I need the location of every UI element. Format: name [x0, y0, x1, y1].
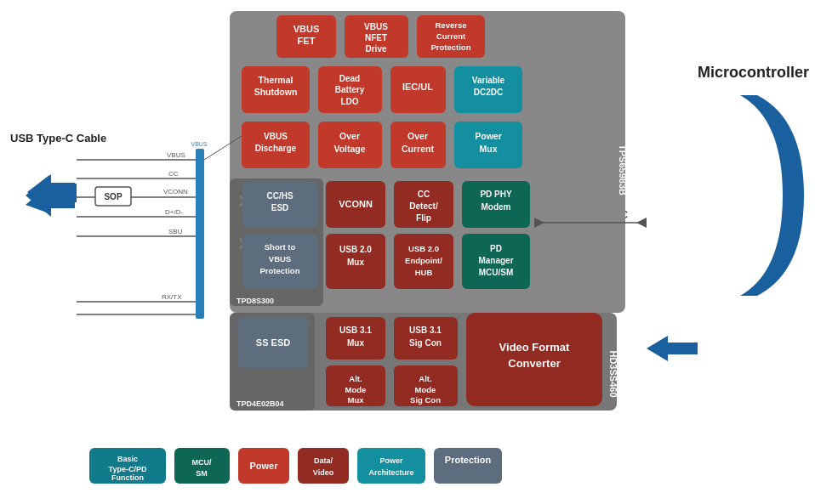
- power-mux-label2: Mux: [480, 144, 498, 154]
- cc-detect-label1: CC: [418, 190, 430, 199]
- usb31-mux-label1: USB 3.1: [339, 326, 372, 335]
- pd-phy-label2: Modem: [482, 202, 511, 212]
- vbus-fet-label: VBUS: [294, 24, 320, 34]
- i2c-arrow-right: [636, 218, 647, 228]
- vbus-nfet-label: VBUS: [364, 22, 388, 31]
- video-arrow: [647, 336, 698, 361]
- cc-hs-label1: CC/HS: [266, 191, 293, 201]
- over-current-label2: Current: [402, 144, 434, 154]
- pd-phy-label1: PD PHY: [480, 190, 512, 199]
- usb31-mux-label2: Mux: [347, 338, 364, 348]
- cc-detect-label3: Flip: [416, 213, 431, 223]
- dead-battery-label2: Battery: [335, 85, 365, 94]
- iec-label: IEC/UL: [402, 82, 433, 92]
- legend-power-label: Power: [249, 461, 278, 471]
- usb20-ep-label1: USB 2.0: [408, 244, 439, 253]
- legend-basic-label3: Function: [111, 473, 144, 482]
- dead-battery-label3: LDO: [340, 97, 358, 106]
- reverse-label3: Protection: [431, 42, 471, 52]
- usb20-ep-label3: HUB: [415, 268, 433, 277]
- sop-text: SOP: [104, 192, 122, 201]
- legend-basic-label2: Type-C/PD: [109, 465, 147, 473]
- short-label1: Short to: [265, 242, 296, 252]
- legend-basic-label1: Basic: [117, 455, 138, 463]
- usb20-mux-label1: USB 2.0: [339, 245, 372, 254]
- vconn-text: VCONN: [163, 188, 188, 195]
- usb-double-arrow: [26, 174, 75, 217]
- vbus-bar: [196, 149, 204, 319]
- legend-mcu-label1: MCU/: [192, 458, 212, 467]
- power-mux-label1: Power: [475, 131, 502, 141]
- vbus-fet-label2: FET: [298, 36, 316, 46]
- legend-arch-label2: Architecture: [368, 468, 413, 477]
- legend-data-label2: Video: [313, 468, 334, 477]
- vbus-bar-label: VBUS: [191, 141, 207, 147]
- alt-mux-label3: Mux: [348, 395, 365, 405]
- alt-mux-label1: Alt.: [349, 374, 362, 383]
- cc-detect-label2: Detect/: [409, 201, 438, 211]
- reverse-label1: Reverse: [436, 20, 467, 30]
- diagram-container: USB Type-C Cable Microcontroller I2C VBU…: [0, 0, 815, 504]
- hd3-label-text: HD3SS460: [608, 350, 618, 397]
- pd-manager-label3: MCU/SM: [479, 268, 514, 277]
- pd-manager-label1: PD: [490, 244, 502, 253]
- alt-sigcon-label1: Alt.: [419, 374, 431, 383]
- variable-label2: DC2DC: [474, 88, 503, 97]
- video-label1: Video Format: [499, 341, 571, 354]
- dp-text: D+/D-: [165, 208, 183, 216]
- ss-esd-label: SS ESD: [256, 337, 290, 348]
- thermal-label1: Thermal: [259, 75, 294, 85]
- usb31-sigcon-label1: USB 3.1: [409, 326, 442, 335]
- usb20-ep-label2: Endpoint/: [405, 256, 442, 265]
- alt-mux-label2: Mode: [345, 385, 367, 394]
- vconn-label: VCONN: [339, 199, 373, 209]
- legend-protection-label1: Protection: [445, 455, 492, 465]
- legend-data-label1: Data/: [314, 456, 333, 465]
- tpd8-label-text: TPD8S300: [237, 297, 274, 305]
- usb20-mux-label2: Mux: [347, 258, 364, 267]
- vbus-nfet-label3: Drive: [365, 44, 386, 54]
- legend-arch-label1: Power: [379, 456, 403, 465]
- short-label3: Protection: [260, 266, 300, 275]
- vbus-text: VBUS: [167, 151, 185, 159]
- thermal-label2: Shutdown: [254, 87, 298, 97]
- alt-sigcon-label2: Mode: [415, 385, 436, 394]
- cc-hs-label2: ESD: [271, 203, 289, 212]
- cc-text: CC: [168, 170, 179, 178]
- usb31-sigcon-label2: Sig Con: [409, 338, 442, 348]
- legend-power-arch: [357, 448, 425, 484]
- tps-label: TPS65983B: [618, 144, 628, 195]
- variable-label1: Variable: [472, 76, 505, 85]
- vbus-nfet-label2: NFET: [365, 33, 387, 42]
- legend-data-video: [298, 448, 349, 484]
- vbus-discharge-label1: VBUS: [264, 132, 288, 141]
- over-voltage-label1: Over: [339, 131, 360, 141]
- reverse-label2: Current: [436, 31, 466, 41]
- legend-protection: [434, 448, 502, 484]
- diagram-svg: VBUS CC VCONN D+/D- SBU RX/TX SOP VBUS T…: [0, 0, 815, 504]
- over-voltage-label2: Voltage: [333, 144, 365, 154]
- mcu-shape: [740, 95, 804, 296]
- short-label2: VBUS: [269, 254, 291, 263]
- dead-battery-label1: Dead: [339, 74, 360, 83]
- over-current-label1: Over: [408, 131, 428, 141]
- rxtx-text: RX/TX: [162, 293, 182, 301]
- vbus-discharge-label2: Discharge: [255, 144, 297, 153]
- sbu-text: SBU: [168, 228, 183, 235]
- legend-mcu-label2: SM: [196, 469, 208, 478]
- video-label2: Converter: [508, 357, 560, 370]
- tpd4-label-text: TPD4E02B04: [237, 399, 284, 408]
- alt-sigcon-label3: Sig Con: [410, 395, 441, 405]
- pd-manager-label2: Manager: [478, 256, 513, 265]
